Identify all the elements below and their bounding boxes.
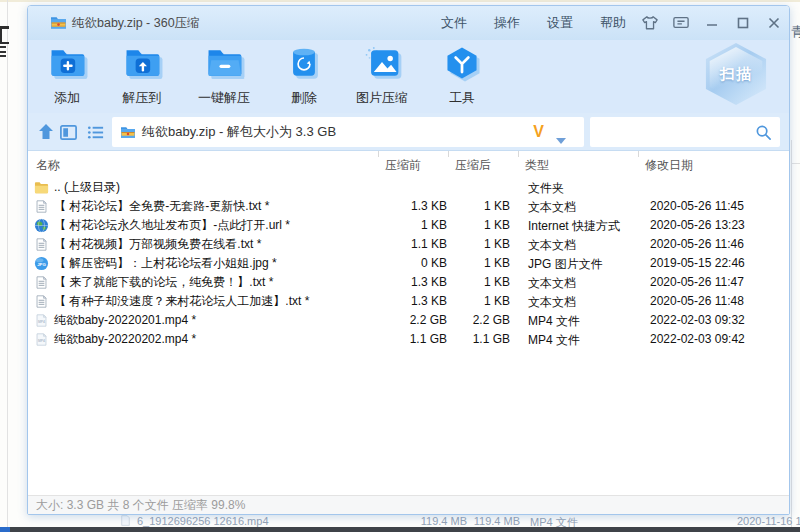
file-name-cell: 【 村花论坛】全免费-无套路-更新快.txt * [33, 197, 269, 216]
type-cell: Internet 快捷方式 [528, 218, 620, 235]
column-header-name[interactable]: 名称 [36, 157, 60, 174]
file-name: 6_1912696256 12616.mp4 [137, 515, 269, 527]
toolbar-button[interactable]: 添加 [31, 44, 103, 107]
toolbar-button[interactable]: 图片压缩 [346, 44, 418, 107]
feedback-icon[interactable] [672, 14, 690, 32]
size-before-cell: 1.3 KB [358, 199, 447, 213]
column-divider [518, 151, 519, 157]
file-name-cell: 【 有种子却没速度？来村花论坛人工加速】.txt * [33, 292, 309, 311]
column-header-date[interactable]: 修改日期 [645, 157, 693, 174]
toolbar-button-label: 添加 [31, 89, 103, 107]
add-folder-icon [31, 44, 103, 88]
mp4-file-icon: MP4 [33, 313, 49, 329]
column-header-type[interactable]: 类型 [525, 157, 549, 174]
date-cell: 2020-05-26 11:45 [650, 199, 744, 213]
search-icon[interactable] [755, 124, 772, 145]
mp4-file-icon: MP4 [33, 332, 49, 348]
file-icon [120, 515, 131, 526]
toolbar-button[interactable]: 一键解压 [188, 44, 260, 107]
text-file-icon [33, 199, 49, 215]
cell: 2020-11-16 16:3 [737, 515, 800, 527]
toolbar-button[interactable]: 删除 [268, 44, 340, 107]
background-window-left-edge [7, 0, 8, 527]
up-directory-icon[interactable] [36, 122, 56, 146]
file-name: .. (上级目录) [54, 179, 120, 196]
date-cell: 2020-05-26 11:47 [650, 275, 744, 289]
toolbar-button[interactable]: 工具 [426, 44, 498, 107]
toolbar-button-label: 一键解压 [188, 89, 260, 107]
date-cell: 2022-02-03 09:42 [650, 332, 745, 346]
table-row[interactable]: 【 村花视频】万部视频免费在线看.txt *1.1 KB1 KB文本文档2020… [28, 235, 789, 254]
type-cell: MP4 文件 [528, 313, 580, 330]
scan-badge-label: 扫描 [720, 65, 752, 84]
file-name-cell: 【 村花论坛永久地址发布页】-点此打开.url * [33, 216, 290, 235]
jpg-image-icon: JPG [33, 256, 49, 272]
text-file-icon [33, 237, 49, 253]
size-after-cell: 1 KB [448, 218, 510, 232]
menu-item-1[interactable]: 操作 [494, 14, 520, 32]
table-row[interactable]: .. (上级目录)文件夹 [28, 178, 789, 197]
file-name-cell: .. (上级目录) [33, 178, 120, 197]
preview-pane-icon[interactable] [59, 123, 78, 146]
date-cell: 2022-02-03 09:32 [650, 313, 745, 327]
column-header-size-before[interactable]: 压缩前 [385, 157, 421, 174]
date-cell: 2020-05-26 13:23 [650, 218, 745, 232]
table-row[interactable]: JPG【 解压密码】：上村花论坛看小姐姐.jpg *0 KB1 KBJPG 图片… [28, 254, 789, 273]
toolbar-button-label: 图片压缩 [346, 89, 418, 107]
size-before-cell: 1 KB [358, 218, 447, 232]
background-text-fragment [0, 26, 9, 44]
maximize-button[interactable] [734, 14, 752, 32]
table-row[interactable]: 【 来了就能下载的论坛，纯免费！】.txt *1.3 KB1 KB文本文档202… [28, 273, 789, 292]
table-row[interactable]: 【 村花论坛永久地址发布页】-点此打开.url *1 KB1 KBInterne… [28, 216, 789, 235]
type-cell: 文本文档 [528, 294, 576, 311]
file-name: 纯欲baby-20220202.mp4 * [54, 331, 196, 348]
scan-badge[interactable]: 扫描 [704, 43, 768, 105]
status-text: 大小: 3.3 GB 共 8 个文件 压缩率 99.8% [36, 496, 245, 515]
column-divider [448, 151, 449, 157]
size-before-cell: 0 KB [358, 256, 447, 270]
file-name: 【 有种子却没速度？来村花论坛人工加速】.txt * [54, 293, 309, 310]
minimize-button[interactable] [703, 14, 721, 32]
list-view-icon[interactable] [86, 123, 105, 146]
desktop: 青 6_1912696256 12616.mp4 119.4 MB 119.4 … [0, 0, 800, 532]
menu-item-3[interactable]: 帮助 [600, 14, 626, 32]
close-button[interactable] [765, 14, 783, 32]
cell: 119.4 MB [460, 515, 520, 527]
toolbar-button-label: 解压到 [106, 89, 178, 107]
file-name-cell: 【 村花视频】万部视频免费在线看.txt * [33, 235, 261, 254]
menu-item-0[interactable]: 文件 [441, 14, 467, 32]
theme-shirt-icon[interactable] [641, 14, 659, 32]
column-divider [638, 151, 639, 157]
column-divider [378, 151, 379, 157]
table-row[interactable]: MP4纯欲baby-20220202.mp4 *1.1 GB1.1 GBMP4 … [28, 330, 789, 349]
type-cell: 文本文档 [528, 275, 576, 292]
chevron-down-icon[interactable] [556, 130, 566, 148]
svg-text:MP4: MP4 [37, 339, 44, 343]
zip-file-icon [120, 125, 136, 143]
cell: 119.4 MB [407, 515, 467, 527]
url-globe-icon [33, 218, 49, 234]
extract-to-folder-icon [106, 44, 178, 88]
toolbar-button[interactable]: 解压到 [106, 44, 178, 107]
column-header-size-after[interactable]: 压缩后 [455, 157, 491, 174]
size-after-cell: 1 KB [448, 237, 510, 251]
table-row[interactable]: 【 有种子却没速度？来村花论坛人工加速】.txt *1.3 KB1 KB文本文档… [28, 292, 789, 311]
file-name: 【 村花论坛永久地址发布页】-点此打开.url * [54, 217, 290, 234]
background-text-fragment [0, 46, 6, 57]
file-name-cell: 【 来了就能下载的论坛，纯免费！】.txt * [33, 273, 273, 292]
background-window-file-row: 6_1912696256 12616.mp4 119.4 MB 119.4 MB… [0, 515, 800, 527]
size-after-cell: 1 KB [448, 294, 510, 308]
cell: MP4 文件 [530, 515, 578, 527]
folder-icon [33, 180, 49, 196]
menu-item-2[interactable]: 设置 [547, 14, 573, 32]
address-bar[interactable]: 纯欲baby.zip - 解包大小为 3.3 GB V [112, 117, 584, 147]
type-cell: 文本文档 [528, 199, 576, 216]
table-row[interactable]: 【 村花论坛】全免费-无套路-更新快.txt *1.3 KB1 KB文本文档20… [28, 197, 789, 216]
search-input[interactable] [596, 120, 750, 146]
titlebar[interactable]: 纯欲baby.zip - 360压缩 文件操作设置帮助 [28, 6, 789, 40]
toolbar-button-label: 删除 [268, 89, 340, 107]
address-text: 纯欲baby.zip - 解包大小为 3.3 GB [142, 117, 336, 147]
type-cell: 文本文档 [528, 237, 576, 254]
table-row[interactable]: MP4纯欲baby-20220201.mp4 *2.2 GB2.2 GBMP4 … [28, 311, 789, 330]
size-before-cell: 1.1 KB [358, 237, 447, 251]
